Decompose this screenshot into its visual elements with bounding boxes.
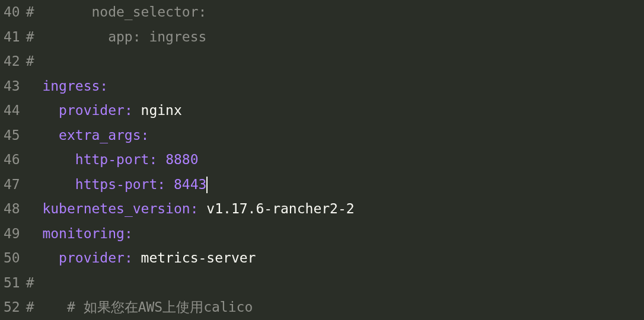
line-number: 42 bbox=[4, 49, 20, 74]
line-number: 47 bbox=[4, 172, 20, 197]
code-token: provider bbox=[59, 103, 125, 118]
code-token bbox=[26, 127, 59, 143]
code-token: : bbox=[100, 78, 108, 94]
code-token bbox=[165, 177, 174, 192]
line-number: 52 bbox=[4, 295, 20, 320]
code-token: metrics-server bbox=[133, 250, 256, 265]
code-token: # app: ingress bbox=[26, 29, 207, 44]
code-token: v1.17.6-rancher2-2 bbox=[199, 201, 355, 216]
code-token: extra_args bbox=[59, 127, 141, 143]
code-line[interactable]: kubernetes_version: v1.17.6-rancher2-2 bbox=[26, 197, 644, 222]
code-token: : bbox=[141, 127, 149, 143]
code-token bbox=[26, 250, 59, 265]
code-line[interactable]: provider: nginx bbox=[26, 98, 644, 123]
code-line[interactable]: https-port: 8443 bbox=[26, 172, 644, 197]
code-token: nginx bbox=[133, 103, 182, 118]
text-cursor bbox=[206, 177, 208, 193]
code-line[interactable]: # app: ingress bbox=[26, 25, 644, 50]
code-line[interactable]: # # 如果您在AWS上使用calico bbox=[26, 295, 644, 320]
code-token: : bbox=[157, 177, 165, 192]
code-token: https-port bbox=[75, 177, 157, 192]
code-token bbox=[26, 78, 43, 94]
line-number: 40 bbox=[4, 0, 20, 25]
code-line[interactable]: extra_args: bbox=[26, 123, 644, 148]
line-number: 51 bbox=[4, 271, 20, 296]
code-token bbox=[26, 103, 59, 118]
line-number: 46 bbox=[4, 148, 20, 172]
code-line[interactable]: # bbox=[26, 49, 644, 74]
line-number: 50 bbox=[4, 246, 20, 271]
code-token: http-port bbox=[75, 152, 149, 167]
code-token: : bbox=[149, 152, 157, 167]
code-line[interactable]: http-port: 8880 bbox=[26, 148, 644, 172]
code-token: provider bbox=[59, 250, 125, 265]
code-line[interactable]: provider: metrics-server bbox=[26, 246, 644, 271]
line-number: 48 bbox=[4, 197, 20, 222]
line-number: 41 bbox=[4, 25, 20, 50]
line-number: 43 bbox=[4, 74, 20, 99]
code-token bbox=[26, 152, 75, 167]
code-area[interactable]: # node_selector:# app: ingress# ingress:… bbox=[26, 0, 644, 320]
code-token bbox=[26, 201, 43, 216]
code-token: 8880 bbox=[165, 152, 198, 167]
code-token: # # 如果您在AWS上使用calico bbox=[26, 299, 253, 315]
code-token: # bbox=[26, 275, 34, 290]
code-token: ingress bbox=[42, 78, 100, 94]
code-line[interactable]: ingress: bbox=[26, 74, 644, 99]
code-token bbox=[26, 226, 43, 241]
line-number: 49 bbox=[4, 222, 20, 247]
code-line[interactable]: # node_selector: bbox=[26, 0, 644, 25]
code-token: kubernetes_version bbox=[42, 201, 190, 216]
code-line[interactable]: monitoring: bbox=[26, 222, 644, 247]
code-token: : bbox=[125, 250, 133, 265]
code-token: : bbox=[125, 103, 133, 118]
line-number: 45 bbox=[4, 123, 20, 148]
code-token: # bbox=[26, 53, 34, 69]
code-token: # node_selector: bbox=[26, 4, 207, 20]
code-token: : bbox=[190, 201, 199, 216]
line-number-gutter: 40414243444546474849505152 bbox=[0, 0, 26, 320]
code-token bbox=[157, 152, 165, 167]
code-token bbox=[26, 177, 75, 192]
code-token: monitoring bbox=[42, 226, 124, 241]
code-token: : bbox=[125, 226, 133, 241]
code-editor[interactable]: 40414243444546474849505152 # node_select… bbox=[0, 0, 644, 320]
code-token: 8443 bbox=[174, 177, 206, 192]
code-line[interactable]: # bbox=[26, 271, 644, 296]
line-number: 44 bbox=[4, 98, 20, 123]
